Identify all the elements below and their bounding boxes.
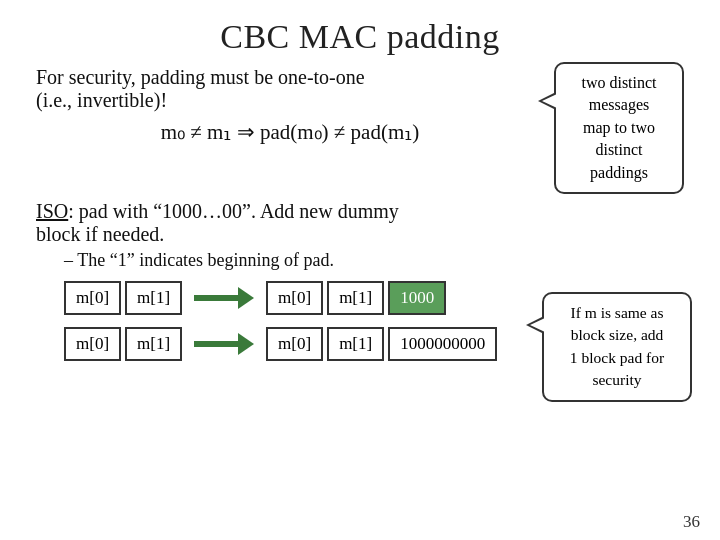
bubble2-line3: 1 block pad for: [556, 347, 678, 369]
bubble1-line5: paddings: [568, 162, 670, 184]
iso-underline: ISO: [36, 200, 68, 222]
iso-text: : pad with “1000…00”. Add new dummy: [68, 200, 399, 222]
d2-right-block0: m[0]: [266, 327, 323, 361]
svg-rect-2: [194, 341, 238, 347]
d1-right-block1: m[1]: [327, 281, 384, 315]
d1-left-block0: m[0]: [64, 281, 121, 315]
bubble1-line1: two distinct: [568, 72, 670, 94]
page-title: CBC MAC padding: [36, 18, 684, 56]
svg-rect-0: [194, 295, 238, 301]
security-line1: For security, padding must be one-to-one: [36, 66, 544, 89]
bubble2-line2: block size, add: [556, 324, 678, 346]
svg-marker-1: [238, 287, 254, 309]
bubble1-line2: messages: [568, 94, 670, 116]
security-line2: (i.e., invertible)!: [36, 89, 544, 112]
arrow-icon-1: [194, 287, 254, 309]
svg-marker-3: [238, 333, 254, 355]
math-formula: m₀ ≠ m₁ ⇒ pad(m₀) ≠ pad(m₁): [36, 120, 544, 145]
indicates-line: – The “1” indicates beginning of pad.: [64, 250, 684, 271]
bubble2-line4: security: [556, 369, 678, 391]
bubble1-line4: distinct: [568, 139, 670, 161]
iso-line2: block if needed.: [36, 223, 684, 246]
top-section: For security, padding must be one-to-one…: [36, 66, 684, 194]
d1-right-block2: 1000: [388, 281, 446, 315]
bubble2: If m is same as block size, add 1 block …: [542, 292, 692, 402]
d1-right-block0: m[0]: [266, 281, 323, 315]
d2-left-block1: m[1]: [125, 327, 182, 361]
d2-left-block0: m[0]: [64, 327, 121, 361]
d2-right-block2: 1000000000: [388, 327, 497, 361]
page: CBC MAC padding For security, padding mu…: [0, 0, 720, 540]
page-number: 36: [683, 512, 700, 532]
iso-section: ISO: pad with “1000…00”. Add new dummy b…: [36, 200, 684, 246]
arrow-icon-2: [194, 333, 254, 355]
bubble1-line3: map to two: [568, 117, 670, 139]
d1-left-block1: m[1]: [125, 281, 182, 315]
security-text: For security, padding must be one-to-one…: [36, 66, 554, 145]
d2-right-block1: m[1]: [327, 327, 384, 361]
bubble2-line1: If m is same as: [556, 302, 678, 324]
bubble1: two distinct messages map to two distinc…: [554, 62, 684, 194]
